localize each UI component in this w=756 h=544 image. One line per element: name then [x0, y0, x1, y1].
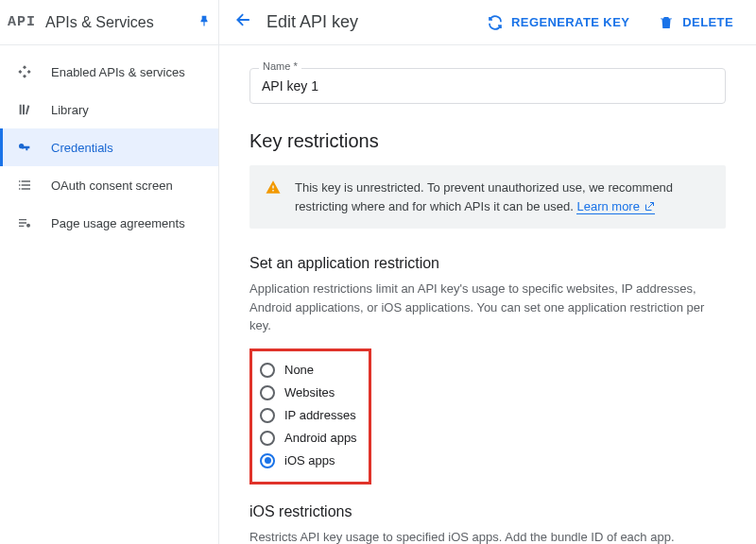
content: Name * Key restrictions This key is unre…: [219, 45, 756, 544]
radio-option-android-apps[interactable]: Android apps: [260, 427, 357, 450]
name-label: Name *: [259, 60, 301, 72]
pin-icon[interactable]: [198, 14, 211, 31]
sidebar-nav: Enabled APIs & services Library Credenti…: [0, 45, 218, 242]
name-field: Name *: [249, 68, 726, 104]
ios-restrictions-heading: iOS restrictions: [249, 503, 726, 520]
app-restriction-help: Application restrictions limit an API ke…: [249, 280, 726, 335]
radio-icon: [260, 408, 275, 423]
refresh-icon: [487, 14, 504, 31]
sidebar-item-label: Library: [51, 103, 89, 117]
page-title: Edit API key: [266, 12, 466, 32]
consent-icon: [15, 178, 34, 193]
app-restriction-heading: Set an application restriction: [249, 255, 726, 272]
sidebar-title: APIs & Services: [45, 14, 188, 31]
back-arrow-icon[interactable]: [234, 10, 253, 34]
radio-icon: [260, 385, 275, 400]
radio-icon: [260, 431, 275, 446]
sidebar-item-label: Enabled APIs & services: [51, 65, 185, 79]
external-link-icon: [644, 201, 655, 212]
diamond-icon: [15, 64, 34, 79]
sidebar-item-enabled-apis[interactable]: Enabled APIs & services: [0, 53, 218, 91]
learn-more-link[interactable]: Learn more: [576, 199, 654, 214]
sidebar-item-library[interactable]: Library: [0, 91, 218, 128]
topbar: Edit API key Regenerate Key Delete: [219, 0, 756, 45]
key-icon: [15, 140, 34, 155]
radio-option-none[interactable]: None: [260, 359, 357, 382]
regenerate-key-button[interactable]: Regenerate Key: [479, 8, 637, 37]
sidebar-header: API APIs & Services: [0, 0, 218, 45]
application-restriction-radio-group: None Websites IP addresses Android apps …: [249, 348, 371, 484]
sidebar-item-label: Credentials: [51, 141, 113, 155]
radio-icon: [260, 453, 275, 468]
sidebar-item-label: OAuth consent screen: [51, 178, 173, 193]
ios-restrictions-help: Restricts API key usage to specified iOS…: [249, 528, 726, 545]
key-restrictions-heading: Key restrictions: [249, 130, 726, 152]
radio-icon: [260, 363, 275, 378]
radio-option-websites[interactable]: Websites: [260, 382, 357, 404]
trash-icon: [658, 14, 675, 31]
settings-icon: [15, 215, 34, 230]
library-icon: [15, 102, 34, 117]
warning-icon: [265, 178, 282, 201]
sidebar: API APIs & Services Enabled APIs & servi…: [0, 0, 219, 544]
delete-button[interactable]: Delete: [650, 8, 741, 37]
main: Edit API key Regenerate Key Delete Name …: [219, 0, 756, 544]
sidebar-item-page-usage[interactable]: Page usage agreements: [0, 204, 218, 242]
radio-option-ios-apps[interactable]: iOS apps: [260, 450, 357, 472]
warning-text: This key is unrestricted. To prevent una…: [295, 178, 711, 215]
radio-option-ip-addresses[interactable]: IP addresses: [260, 404, 357, 427]
sidebar-item-oauth[interactable]: OAuth consent screen: [0, 166, 218, 204]
product-logo: API: [8, 14, 36, 30]
sidebar-item-credentials[interactable]: Credentials: [0, 128, 218, 166]
sidebar-item-label: Page usage agreements: [51, 216, 185, 230]
warning-box: This key is unrestricted. To prevent una…: [249, 165, 726, 229]
name-input[interactable]: [249, 68, 726, 104]
